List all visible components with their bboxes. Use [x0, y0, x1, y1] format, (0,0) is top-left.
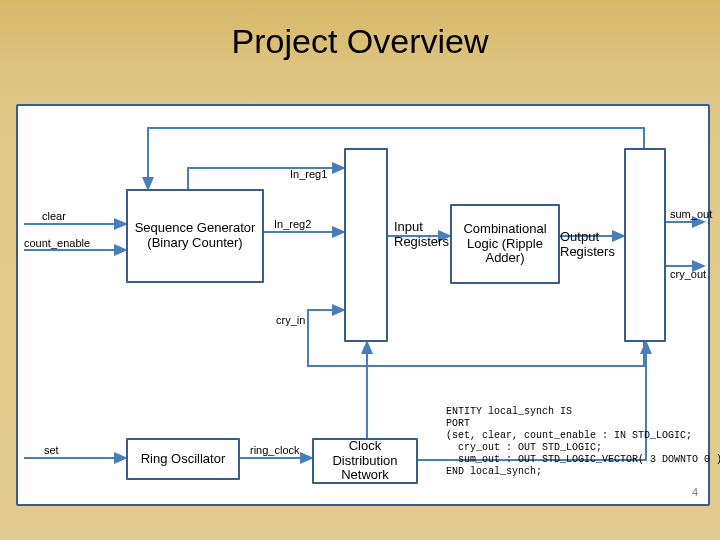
block-combinational-logic: CombinationalLogic (RippleAdder): [450, 204, 560, 284]
block-clock-distribution: Clock DistributionNetwork: [312, 438, 418, 484]
label-clear: clear: [42, 210, 66, 222]
block-label: Ring Oscillator: [141, 452, 226, 467]
block-label: CombinationalLogic (RippleAdder): [463, 222, 546, 267]
label-ring-clock: ring_clock: [250, 444, 300, 456]
block-output-registers: Output Registers: [624, 148, 666, 342]
label-cry-in: cry_in: [276, 314, 305, 326]
block-ring-oscillator: Ring Oscillator: [126, 438, 240, 480]
block-sequence-generator: Sequence Generator(Binary Counter): [126, 189, 264, 283]
vhdl-code: ENTITY local_synch IS PORT (set, clear, …: [446, 406, 720, 478]
diagram-frame: Sequence Generator(Binary Counter) Input…: [16, 104, 710, 506]
page-title: Project Overview: [0, 22, 720, 61]
block-label: Clock DistributionNetwork: [318, 439, 412, 484]
label-set: set: [44, 444, 59, 456]
label-count-enable: count_enable: [24, 237, 90, 249]
block-label: Output Registers: [560, 230, 624, 260]
page-number: 4: [692, 486, 698, 498]
label-cry-out: cry_out: [670, 268, 706, 280]
label-sum-out: sum_out: [670, 208, 712, 220]
label-in-reg2: In_reg2: [274, 218, 311, 230]
label-in-reg1: In_reg1: [290, 168, 327, 180]
block-input-registers: Input Registers: [344, 148, 388, 342]
block-label: Sequence Generator(Binary Counter): [135, 221, 256, 251]
